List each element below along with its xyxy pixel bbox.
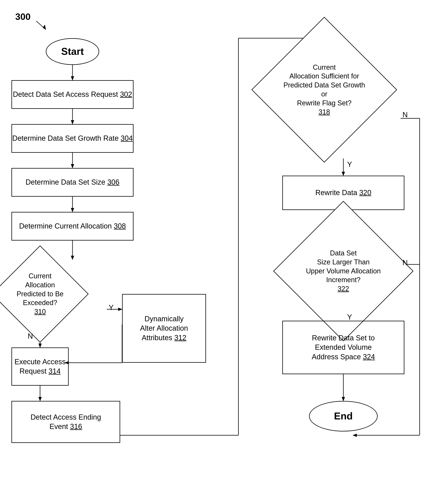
- svg-marker-29: [353, 434, 357, 437]
- end-node: End: [309, 401, 378, 432]
- svg-marker-38: [342, 397, 345, 401]
- node-308: Determine Current Allocation 308: [12, 212, 134, 240]
- node-320-label: Rewrite Data 320: [315, 188, 371, 197]
- node-318-label: CurrentAllocation Sufficient forPredicte…: [280, 63, 368, 117]
- node-314: Execute AccessRequest 314: [12, 347, 69, 386]
- node-302: Detect Data Set Access Request 302: [12, 80, 134, 109]
- node-322-label: Data SetSize Larger ThanUpper Volume All…: [306, 249, 381, 293]
- svg-line-0: [36, 21, 46, 30]
- label-310-y: Y: [109, 303, 113, 312]
- node-310: CurrentAllocationPredicted to BeExceeded…: [6, 260, 74, 328]
- start-label: Start: [61, 45, 84, 58]
- node-306-label: Determine Data Set Size 306: [26, 178, 119, 187]
- start-node: Start: [46, 38, 99, 65]
- node-302-label: Detect Data Set Access Request 302: [13, 90, 132, 99]
- svg-marker-7: [71, 164, 74, 168]
- svg-marker-15: [118, 308, 122, 311]
- flowchart-diagram: 300: [0, 0, 441, 504]
- node-324: Rewrite Data Set toExtended VolumeAddres…: [282, 321, 404, 374]
- node-318: CurrentAllocation Sufficient forPredicte…: [273, 38, 376, 141]
- svg-marker-11: [71, 256, 74, 260]
- node-316: Detect Access EndingEvent 316: [12, 401, 120, 443]
- node-322: Data SetSize Larger ThanUpper Volume All…: [294, 221, 393, 321]
- label-318-y: Y: [347, 160, 352, 168]
- label-310-n: N: [28, 332, 33, 340]
- node-308-label: Determine Current Allocation 308: [19, 221, 126, 231]
- svg-marker-13: [39, 344, 42, 347]
- label-322-n: N: [402, 259, 408, 267]
- svg-marker-9: [71, 208, 74, 212]
- node-312: DynamicallyAlter AllocationAttributes 31…: [122, 294, 206, 363]
- node-306: Determine Data Set Size 306: [12, 168, 134, 197]
- diagram-label-300: 300: [15, 11, 31, 22]
- svg-marker-5: [71, 120, 74, 124]
- label-322-y: Y: [347, 313, 352, 321]
- svg-marker-21: [39, 397, 42, 401]
- node-314-label: Execute AccessRequest 314: [15, 357, 66, 376]
- node-312-label: DynamicallyAlter AllocationAttributes 31…: [140, 314, 188, 342]
- svg-marker-3: [71, 76, 74, 80]
- node-304-label: Determine Data Set Growth Rate 304: [12, 134, 133, 143]
- node-316-label: Detect Access EndingEvent 316: [31, 413, 101, 432]
- end-label: End: [334, 410, 353, 423]
- svg-marker-1: [43, 25, 46, 30]
- svg-marker-31: [342, 172, 345, 176]
- node-304: Determine Data Set Growth Rate 304: [12, 124, 134, 153]
- label-318-n: N: [402, 111, 408, 119]
- node-324-label: Rewrite Data Set toExtended VolumeAddres…: [312, 333, 375, 362]
- node-310-label: CurrentAllocationPredicted to BeExceeded…: [16, 272, 63, 316]
